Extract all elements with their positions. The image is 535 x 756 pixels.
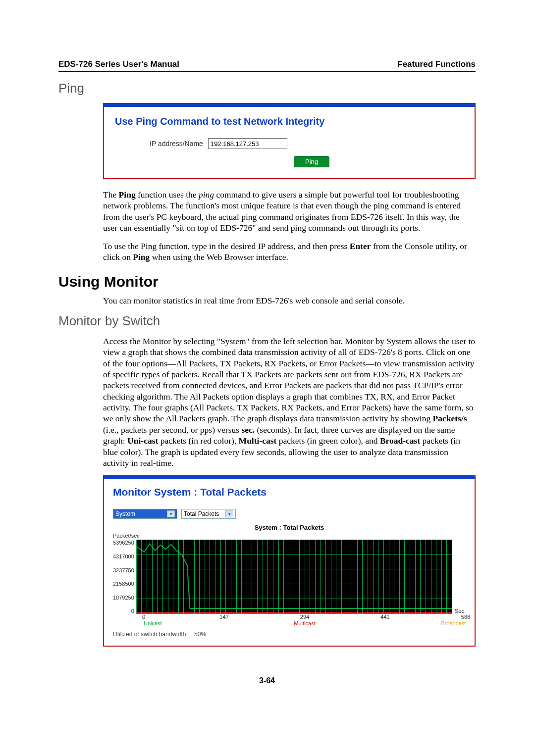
legend-unicast: Unicast bbox=[144, 620, 162, 626]
legend-multicast: Multicast bbox=[294, 620, 315, 626]
ping-p1: The Ping function uses the ping command … bbox=[103, 189, 476, 234]
monitor-panel: Monitor System : Total Packets System ▾ … bbox=[103, 475, 476, 647]
ping-p2: To use the Ping function, type in the de… bbox=[103, 241, 476, 263]
ping-panel: Use Ping Command to test Network Integri… bbox=[103, 103, 476, 179]
ping-row: IP address/Name bbox=[150, 138, 464, 149]
x-axis-ticks: Unicast Multicast Broadcast 014729444158… bbox=[144, 614, 466, 628]
ping-button[interactable]: Ping bbox=[294, 156, 329, 167]
heading-using-monitor: Using Monitor bbox=[58, 273, 476, 290]
chart: System : Total Packets Packet/sec 539625… bbox=[113, 524, 466, 628]
utilization: Utilized of switch bandwidth: 50% bbox=[113, 631, 466, 638]
section-title: Featured Functions bbox=[397, 59, 476, 69]
y-axis-label: Packet/sec bbox=[113, 533, 466, 539]
legend-broadcast: Broadcast bbox=[441, 620, 466, 626]
chart-inner-title: System : Total Packets bbox=[113, 524, 466, 531]
select-packet-type[interactable]: Total Packets ▾ bbox=[181, 509, 236, 519]
ping-panel-title: Use Ping Command to test Network Integri… bbox=[115, 116, 464, 127]
ip-input[interactable] bbox=[208, 138, 287, 149]
ip-label: IP address/Name bbox=[150, 140, 203, 148]
heading-ping: Ping bbox=[58, 81, 476, 96]
monitor-p1: You can monitor statistics in real time … bbox=[103, 295, 476, 306]
page-number: 3-64 bbox=[58, 676, 476, 685]
monitor-panel-title: Monitor System : Total Packets bbox=[113, 486, 466, 498]
page-header: EDS-726 Series User's Manual Featured Fu… bbox=[58, 59, 476, 72]
chevron-down-icon: ▾ bbox=[167, 510, 175, 517]
plot-area bbox=[136, 540, 452, 614]
monitor-p2: Access the Monitor by selecting "System"… bbox=[103, 336, 476, 469]
chevron-down-icon: ▾ bbox=[225, 510, 233, 517]
select-scope[interactable]: System ▾ bbox=[113, 509, 177, 519]
x-axis-label: Sec. bbox=[455, 608, 466, 614]
manual-title: EDS-726 Series User's Manual bbox=[58, 59, 179, 69]
y-axis-ticks: 539625043170003237750215850010792500 bbox=[113, 540, 136, 614]
heading-monitor-switch: Monitor by Switch bbox=[58, 313, 476, 329]
